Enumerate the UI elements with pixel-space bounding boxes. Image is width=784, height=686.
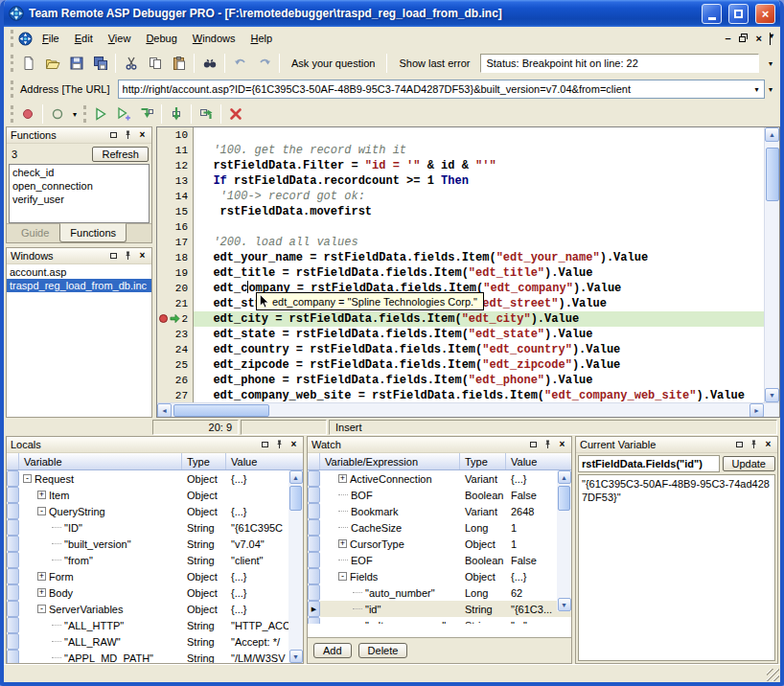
- panel-pin-button[interactable]: [123, 130, 133, 141]
- save-button[interactable]: [64, 52, 88, 75]
- scrollbar-thumb[interactable]: [766, 148, 779, 201]
- mdi-minimize-button[interactable]: –: [725, 34, 730, 44]
- expand-icon[interactable]: +: [338, 474, 347, 483]
- line-number-gutter[interactable]: 16: [157, 219, 194, 235]
- panel-pin-button[interactable]: [123, 251, 133, 262]
- line-number-gutter[interactable]: 12: [157, 158, 194, 173]
- row-header[interactable]: [7, 536, 19, 552]
- current-variable-expression[interactable]: rstFieldData.Fields("id"): [578, 455, 720, 472]
- variable-row[interactable]: "ALL_RAW"String"Accept: */: [7, 633, 303, 650]
- code-lines[interactable]: 1011 '100. get the record with it12 rstF…: [157, 127, 764, 402]
- redo-button[interactable]: [252, 52, 276, 75]
- scroll-down-icon[interactable]: ▼: [765, 388, 779, 402]
- ask-question-button[interactable]: Ask your question: [283, 53, 383, 74]
- toolbar-gripper[interactable]: [11, 105, 13, 123]
- row-header[interactable]: [308, 568, 320, 584]
- code-text[interactable]: edt_zipcode = rstFieldData.fields.Item("…: [194, 357, 764, 373]
- close-button[interactable]: ×: [755, 4, 775, 24]
- breakpoint-options-button[interactable]: [46, 103, 69, 125]
- address-input[interactable]: [119, 83, 749, 95]
- row-header[interactable]: [308, 503, 320, 519]
- row-header[interactable]: [308, 519, 320, 536]
- line-number-gutter[interactable]: 10: [157, 127, 194, 143]
- code-text[interactable]: rstFieldData.Filter = "id = '" & id & "'…: [194, 158, 764, 173]
- row-header[interactable]: [308, 470, 320, 487]
- find-button[interactable]: [197, 52, 221, 75]
- menu-item-windows[interactable]: Windows: [185, 29, 243, 48]
- cut-button[interactable]: [119, 52, 143, 75]
- code-text[interactable]: '100. get the record with it: [194, 143, 764, 158]
- scroll-up-icon[interactable]: ▲: [765, 127, 779, 142]
- new-file-button[interactable]: [16, 52, 40, 75]
- panel-maximize-button[interactable]: [108, 130, 119, 141]
- variable-row[interactable]: "auto_number"Long62: [308, 584, 571, 601]
- save-all-button[interactable]: [88, 52, 112, 75]
- scroll-up-icon[interactable]: ▲: [289, 470, 303, 484]
- row-header[interactable]: [7, 487, 19, 503]
- scroll-right-icon[interactable]: ►: [749, 403, 764, 418]
- variable-row[interactable]: "APPL_MD_PATH"String"/LM/W3SV: [7, 650, 303, 663]
- row-header[interactable]: [308, 487, 320, 503]
- resize-grip[interactable]: [767, 669, 779, 681]
- code-text[interactable]: rstFieldData.movefirst: [194, 204, 764, 219]
- watch-scrollbar[interactable]: ▲ ▼: [557, 470, 571, 611]
- row-header[interactable]: [7, 650, 19, 663]
- undo-button[interactable]: [228, 52, 252, 75]
- run-new-session-button[interactable]: [112, 103, 135, 125]
- line-number-gutter[interactable]: 13: [157, 173, 194, 189]
- variable-row[interactable]: "built_version"String"v7.04": [7, 536, 303, 552]
- toolbar-gripper[interactable]: [11, 80, 13, 98]
- line-number-gutter[interactable]: 2: [157, 311, 194, 327]
- row-header[interactable]: [7, 503, 19, 519]
- line-number-gutter[interactable]: 25: [157, 357, 194, 373]
- locals-scrollbar[interactable]: ▲ ▼: [288, 470, 303, 663]
- line-number-gutter[interactable]: 14: [157, 189, 194, 204]
- windows-list[interactable]: account.asptraspd_reg_load_from_db.inc: [7, 264, 151, 417]
- code-text[interactable]: edt_state = rstFieldData.fields.Item("ed…: [194, 327, 764, 342]
- step-out-button[interactable]: [195, 103, 218, 125]
- expand-icon[interactable]: +: [37, 588, 46, 597]
- row-header[interactable]: [7, 601, 19, 617]
- tab-guide[interactable]: Guide: [12, 224, 58, 242]
- row-header[interactable]: [308, 617, 320, 624]
- line-number-gutter[interactable]: 17: [157, 235, 194, 250]
- address-dropdown-icon[interactable]: ▾: [749, 85, 764, 94]
- maximize-button[interactable]: [728, 4, 749, 24]
- code-text[interactable]: edt_your_name = rstFieldData.fields.Item…: [194, 250, 764, 265]
- code-text[interactable]: If rstFieldData.recordcount >= 1 Then: [194, 173, 764, 189]
- row-header[interactable]: [7, 519, 19, 536]
- menu-item-debug[interactable]: Debug: [138, 29, 184, 48]
- toolbar-overflow-icon[interactable]: ▾: [765, 59, 776, 68]
- variable-row[interactable]: -RequestObject{...}: [7, 470, 303, 487]
- show-last-error-button[interactable]: Show last error: [390, 53, 478, 74]
- row-header[interactable]: [7, 470, 19, 487]
- expand-icon[interactable]: +: [37, 572, 46, 581]
- open-file-button[interactable]: [40, 52, 64, 75]
- line-number-gutter[interactable]: 11: [157, 143, 194, 158]
- line-number-gutter[interactable]: 27: [157, 388, 194, 402]
- step-over-button[interactable]: [165, 103, 188, 125]
- menu-item-file[interactable]: File: [35, 29, 67, 48]
- variable-row[interactable]: "ALL_HTTP"String"HTTP_ACC: [7, 617, 303, 633]
- code-text[interactable]: edt_company_web_site = rstFieldData.fiel…: [194, 388, 764, 402]
- run-button[interactable]: [89, 103, 112, 125]
- panel-pin-button[interactable]: [274, 440, 285, 450]
- toolbar-gripper[interactable]: [11, 30, 13, 47]
- function-item[interactable]: check_id: [12, 166, 146, 179]
- scroll-down-icon[interactable]: ▼: [289, 650, 303, 663]
- row-header[interactable]: [308, 536, 320, 552]
- scrollbar-thumb[interactable]: [558, 486, 570, 511]
- panel-close-button[interactable]: ×: [137, 251, 148, 262]
- code-text[interactable]: '200. load all values: [194, 235, 764, 250]
- code-text[interactable]: edt_country = rstFieldData.fields.Item("…: [194, 342, 764, 357]
- expand-icon[interactable]: +: [37, 491, 46, 499]
- toggle-breakpoint-button[interactable]: [16, 103, 39, 125]
- copy-button[interactable]: [143, 52, 167, 75]
- tab-functions[interactable]: Functions: [59, 223, 127, 242]
- column-header-variable[interactable]: Variable: [19, 453, 182, 469]
- code-text[interactable]: edt_title = rstFieldData.fields.Item("ed…: [194, 265, 764, 281]
- variable-row[interactable]: BOFBooleanFalse: [308, 487, 571, 503]
- variable-row[interactable]: -ServerVariablesObject{...}: [7, 601, 303, 617]
- code-text[interactable]: edt_city = rstFieldData.fields.Item("edt…: [194, 311, 764, 327]
- row-header[interactable]: [7, 552, 19, 568]
